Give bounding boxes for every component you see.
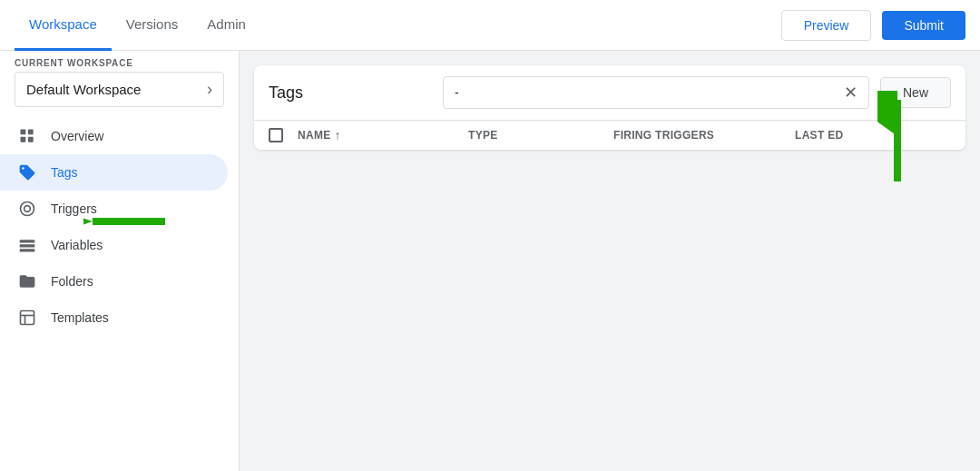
tags-icon	[18, 163, 36, 182]
svg-point-5	[24, 206, 31, 212]
select-all-checkbox[interactable]	[254, 128, 298, 142]
checkbox-icon	[269, 128, 283, 142]
workspace-selector[interactable]: Default Workspace ›	[15, 72, 224, 107]
column-firing-triggers: Firing Triggers	[613, 129, 795, 142]
tab-admin[interactable]: Admin	[192, 0, 260, 51]
tags-panel-title: Tags	[269, 83, 432, 103]
tab-workspace[interactable]: Workspace	[15, 0, 112, 51]
sidebar-item-overview[interactable]: Overview	[0, 118, 228, 154]
sidebar-item-label: Templates	[51, 310, 109, 325]
tags-toolbar: Tags ✕ New	[254, 65, 965, 120]
templates-icon	[18, 309, 36, 327]
folders-icon	[18, 272, 36, 290]
workspace-section-label: CURRENT WORKSPACE	[15, 58, 224, 68]
sidebar-item-label: Folders	[51, 274, 93, 289]
svg-rect-3	[28, 137, 34, 142]
workspace-name-text: Default Workspace	[26, 82, 141, 97]
tags-search-box[interactable]: ✕	[443, 76, 869, 109]
svg-rect-2	[28, 130, 34, 135]
nav-tabs: Workspace Versions Admin	[15, 0, 781, 51]
column-name[interactable]: Name ↑	[298, 128, 468, 142]
sort-icon: ↑	[335, 128, 341, 142]
arrow-tags-indicator	[83, 201, 165, 245]
sidebar-item-templates[interactable]: Templates	[0, 299, 228, 336]
top-nav: Workspace Versions Admin Preview Submit	[0, 0, 980, 51]
chevron-right-icon: ›	[207, 80, 212, 99]
content-area: Tags ✕ New Name ↑ Type	[240, 51, 980, 471]
svg-rect-1	[21, 137, 26, 142]
triggers-icon	[18, 200, 36, 218]
svg-point-4	[21, 202, 34, 216]
variables-icon	[18, 236, 36, 254]
preview-button[interactable]: Preview	[781, 10, 872, 41]
sidebar-item-tags[interactable]: Tags	[0, 154, 228, 191]
sidebar-item-label: Tags	[51, 165, 78, 180]
tags-panel: Tags ✕ New Name ↑ Type	[254, 65, 965, 150]
sidebar-item-label: Overview	[51, 129, 103, 143]
main-layout: CURRENT WORKSPACE Default Workspace ›	[0, 51, 980, 471]
svg-rect-8	[20, 249, 35, 251]
arrow-new-button-indicator	[877, 91, 917, 185]
svg-rect-0	[21, 130, 26, 135]
sidebar: CURRENT WORKSPACE Default Workspace ›	[0, 51, 240, 471]
nav-actions: Preview Submit	[781, 10, 965, 41]
svg-rect-7	[20, 244, 35, 247]
svg-rect-6	[20, 240, 35, 242]
search-input[interactable]	[455, 85, 844, 100]
sidebar-nav: Overview Tags	[0, 118, 239, 471]
tab-versions[interactable]: Versions	[112, 0, 193, 51]
clear-search-icon[interactable]: ✕	[844, 83, 858, 103]
sidebar-item-folders[interactable]: Folders	[0, 263, 228, 299]
tags-table-header: Name ↑ Type Firing Triggers Last Ed	[254, 120, 965, 150]
overview-icon	[18, 127, 36, 145]
column-type: Type	[468, 129, 613, 142]
workspace-header: CURRENT WORKSPACE Default Workspace ›	[0, 51, 239, 111]
submit-button[interactable]: Submit	[882, 11, 965, 40]
